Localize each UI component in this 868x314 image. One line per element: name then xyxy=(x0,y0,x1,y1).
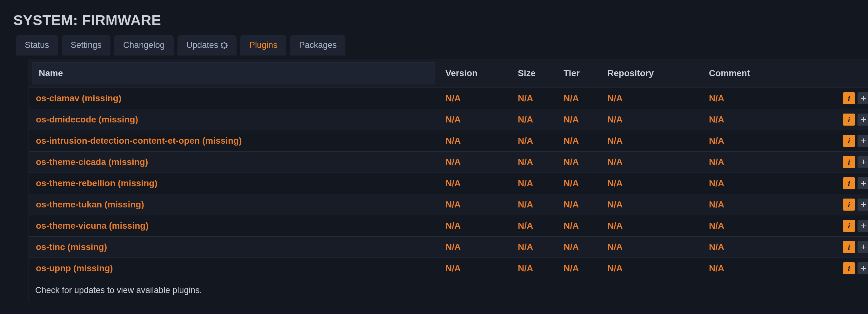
plugin-comment: N/A xyxy=(702,173,794,194)
plugin-size: N/A xyxy=(511,215,557,237)
tabs-bar: Status Settings Changelog Updates Plugin… xyxy=(16,35,852,56)
plus-icon[interactable]: + xyxy=(858,177,868,189)
column-header-tier[interactable]: Tier xyxy=(557,59,600,88)
column-header-comment[interactable]: Comment xyxy=(702,59,794,88)
info-icon[interactable]: i xyxy=(843,156,855,168)
plugin-tier: N/A xyxy=(557,151,600,173)
plugin-repository: N/A xyxy=(600,151,702,173)
plugin-name[interactable]: os-upnp (missing) xyxy=(29,258,438,279)
table-row: os-theme-cicada (missing)N/AN/AN/AN/AN/A… xyxy=(29,151,868,173)
plugin-version: N/A xyxy=(438,130,511,151)
plugin-comment: N/A xyxy=(702,130,794,151)
info-icon[interactable]: i xyxy=(843,199,855,211)
plugins-table-wrap: Name Version Size Tier Repository Commen… xyxy=(29,59,839,302)
plus-icon[interactable]: + xyxy=(858,241,868,253)
tab-packages[interactable]: Packages xyxy=(290,35,346,56)
table-row: os-intrusion-detection-content-et-open (… xyxy=(29,130,868,151)
plugin-size: N/A xyxy=(511,237,557,258)
plugin-tier: N/A xyxy=(557,88,600,109)
plugin-version: N/A xyxy=(438,258,511,279)
plus-icon[interactable]: + xyxy=(858,220,868,232)
table-footer-note: Check for updates to view available plug… xyxy=(29,279,868,302)
plugin-actions: i+ xyxy=(794,237,868,258)
plugin-tier: N/A xyxy=(557,173,600,194)
table-row: os-dmidecode (missing)N/AN/AN/AN/AN/Ai+ xyxy=(29,109,868,130)
plugins-table: Name Version Size Tier Repository Commen… xyxy=(29,59,868,302)
plugin-size: N/A xyxy=(511,173,557,194)
table-row: os-tinc (missing)N/AN/AN/AN/AN/Ai+ xyxy=(29,237,868,258)
tab-status-label: Status xyxy=(25,40,49,50)
plugin-actions: i+ xyxy=(794,109,868,130)
plugin-name[interactable]: os-theme-vicuna (missing) xyxy=(29,215,438,237)
table-row: os-theme-rebellion (missing)N/AN/AN/AN/A… xyxy=(29,173,868,194)
plugin-version: N/A xyxy=(438,173,511,194)
info-icon[interactable]: i xyxy=(843,177,855,189)
plugin-actions: i+ xyxy=(794,258,868,279)
plugin-repository: N/A xyxy=(600,88,702,109)
tab-status[interactable]: Status xyxy=(16,35,58,56)
plus-icon[interactable]: + xyxy=(858,156,868,168)
column-header-repository[interactable]: Repository xyxy=(600,59,702,88)
plugin-comment: N/A xyxy=(702,151,794,173)
plugin-name[interactable]: os-dmidecode (missing) xyxy=(29,109,438,130)
plugin-actions: i+ xyxy=(794,130,868,151)
column-name-filter[interactable]: Name xyxy=(32,62,435,84)
plugin-version: N/A xyxy=(438,194,511,215)
plus-icon[interactable]: + xyxy=(858,262,868,274)
tab-changelog-label: Changelog xyxy=(123,40,165,50)
plugin-repository: N/A xyxy=(600,109,702,130)
plugin-name[interactable]: os-theme-tukan (missing) xyxy=(29,194,438,215)
plugin-comment: N/A xyxy=(702,215,794,237)
plugin-actions: i+ xyxy=(794,88,868,109)
info-icon[interactable]: i xyxy=(843,135,855,147)
page-title: SYSTEM: FIRMWARE xyxy=(3,3,865,35)
plus-icon[interactable]: + xyxy=(858,92,868,104)
plus-icon[interactable]: + xyxy=(858,113,868,126)
plugin-tier: N/A xyxy=(557,194,600,215)
plugin-repository: N/A xyxy=(600,194,702,215)
plugin-name[interactable]: os-intrusion-detection-content-et-open (… xyxy=(29,130,438,151)
plugin-size: N/A xyxy=(511,130,557,151)
table-row: os-theme-vicuna (missing)N/AN/AN/AN/AN/A… xyxy=(29,215,868,237)
info-icon[interactable]: i xyxy=(843,262,855,274)
plugin-actions: i+ xyxy=(794,151,868,173)
plus-icon[interactable]: + xyxy=(858,135,868,147)
plugin-comment: N/A xyxy=(702,194,794,215)
plugin-size: N/A xyxy=(511,258,557,279)
plugin-name[interactable]: os-tinc (missing) xyxy=(29,237,438,258)
plugin-comment: N/A xyxy=(702,258,794,279)
plugin-comment: N/A xyxy=(702,109,794,130)
plugin-version: N/A xyxy=(438,151,511,173)
info-icon[interactable]: i xyxy=(843,113,855,126)
plus-icon[interactable]: + xyxy=(858,199,868,211)
plugin-name[interactable]: os-theme-cicada (missing) xyxy=(29,151,438,173)
plugin-repository: N/A xyxy=(600,215,702,237)
spinner-icon xyxy=(221,42,228,49)
info-icon[interactable]: i xyxy=(843,241,855,253)
plugin-name[interactable]: os-theme-rebellion (missing) xyxy=(29,173,438,194)
plugin-size: N/A xyxy=(511,109,557,130)
plugin-actions: i+ xyxy=(794,173,868,194)
tab-changelog[interactable]: Changelog xyxy=(114,35,174,56)
info-icon[interactable]: i xyxy=(843,92,855,104)
plugin-repository: N/A xyxy=(600,258,702,279)
table-row: os-clamav (missing)N/AN/AN/AN/AN/Ai+ xyxy=(29,88,868,109)
column-header-size[interactable]: Size xyxy=(511,59,557,88)
plugin-version: N/A xyxy=(438,215,511,237)
plugin-actions: i+ xyxy=(794,194,868,215)
plugin-repository: N/A xyxy=(600,173,702,194)
plugin-version: N/A xyxy=(438,88,511,109)
column-header-version[interactable]: Version xyxy=(438,59,511,88)
plugin-version: N/A xyxy=(438,237,511,258)
tab-settings[interactable]: Settings xyxy=(62,35,111,56)
tab-updates-label: Updates xyxy=(186,40,218,50)
table-row: os-upnp (missing)N/AN/AN/AN/AN/Ai+ xyxy=(29,258,868,279)
info-icon[interactable]: i xyxy=(843,220,855,232)
plugin-repository: N/A xyxy=(600,237,702,258)
tab-updates[interactable]: Updates xyxy=(178,35,237,56)
table-row: os-theme-tukan (missing)N/AN/AN/AN/AN/Ai… xyxy=(29,194,868,215)
plugin-version: N/A xyxy=(438,109,511,130)
plugin-name[interactable]: os-clamav (missing) xyxy=(29,88,438,109)
tab-plugins[interactable]: Plugins xyxy=(240,35,286,56)
plugin-comment: N/A xyxy=(702,237,794,258)
